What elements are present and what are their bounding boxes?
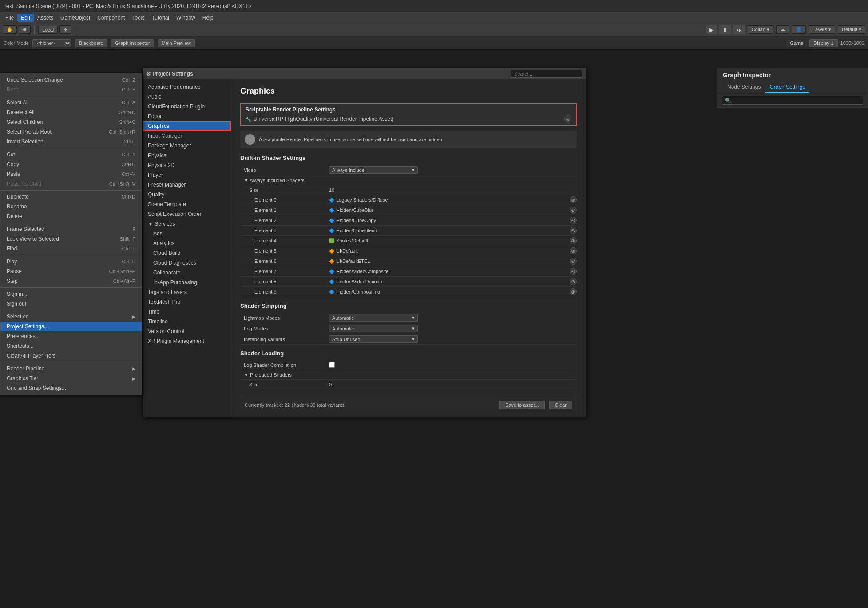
dm-step[interactable]: StepCtrl+Alt+P xyxy=(0,276,142,286)
sidebar-item-graphics[interactable]: Graphics xyxy=(143,121,231,131)
settings-search[interactable] xyxy=(511,70,582,78)
dm-grid-snap[interactable]: Grid and Snap Settings... xyxy=(0,383,142,393)
srp-circle-btn[interactable]: ◎ xyxy=(564,115,571,123)
sidebar-item-services[interactable]: ▼ Services xyxy=(143,219,231,229)
sidebar-item-xr-plugin[interactable]: XR Plugin Management xyxy=(143,336,231,346)
tab-node-settings[interactable]: Node Settings xyxy=(723,82,765,93)
dm-render-pipeline[interactable]: Render Pipeline▶ xyxy=(0,364,142,374)
layout-btn[interactable]: Default ▾ xyxy=(838,25,865,34)
tab-graph-settings[interactable]: Graph Settings xyxy=(765,82,809,93)
dm-shortcuts[interactable]: Shortcuts... xyxy=(0,341,142,351)
element-4-circle[interactable]: ◎ xyxy=(570,237,577,244)
menu-help[interactable]: Help xyxy=(199,14,217,22)
sidebar-item-collaborate[interactable]: Collaborate xyxy=(143,268,231,278)
local-btn[interactable]: Local xyxy=(38,26,58,34)
dm-project-settings[interactable]: Project Settings... xyxy=(0,322,142,331)
element-3-circle[interactable]: ◎ xyxy=(570,227,577,234)
video-dropdown[interactable]: Always include ▾ xyxy=(329,166,418,174)
element-2-circle[interactable]: ◎ xyxy=(570,217,577,224)
menu-assets[interactable]: Assets xyxy=(34,14,57,22)
clear-btn[interactable]: Clear xyxy=(549,401,572,409)
element-9-circle[interactable]: ◎ xyxy=(570,288,577,295)
menu-tutorial[interactable]: Tutorial xyxy=(148,14,173,22)
sidebar-item-timeline[interactable]: Timeline xyxy=(143,317,231,326)
dm-select-all[interactable]: Select AllCtrl+A xyxy=(0,98,142,107)
display-btn[interactable]: Display 1 xyxy=(809,39,837,47)
sidebar-item-physics-2d[interactable]: Physics 2D xyxy=(143,160,231,170)
dm-find[interactable]: FindCtrl+F xyxy=(0,244,142,254)
element-6-circle[interactable]: ◎ xyxy=(570,258,577,265)
sidebar-item-cloudfoundation[interactable]: CloudFoundation Plugin xyxy=(143,102,231,111)
menu-gameobject[interactable]: GameObject xyxy=(57,14,94,22)
dm-select-prefab-root[interactable]: Select Prefab RootCtrl+Shift+R xyxy=(0,127,142,137)
move-tool-btn[interactable]: ⊕ xyxy=(19,25,31,34)
dm-select-children[interactable]: Select ChildrenShift+C xyxy=(0,117,142,127)
dm-graphics-tier[interactable]: Graphics Tier▶ xyxy=(0,374,142,383)
lightmap-modes-dropdown[interactable]: Automatic ▾ xyxy=(329,314,418,322)
instancing-variants-dropdown[interactable]: Strip Unused ▾ xyxy=(329,335,418,343)
element-7-circle[interactable]: ◎ xyxy=(570,268,577,275)
dm-undo[interactable]: Undo Selection ChangeCtrl+Z xyxy=(0,75,142,85)
layers-btn[interactable]: Layers ▾ xyxy=(809,25,835,34)
log-shader-checkbox[interactable] xyxy=(329,362,335,368)
sidebar-item-scene-template[interactable]: Scene Template xyxy=(143,199,231,209)
dm-copy[interactable]: CopyCtrl+C xyxy=(0,159,142,169)
sidebar-item-player[interactable]: Player xyxy=(143,170,231,180)
blackboard-btn[interactable]: Blackboard xyxy=(75,39,107,47)
sidebar-item-physics[interactable]: Physics xyxy=(143,151,231,160)
hand-tool-btn[interactable]: ✋ xyxy=(3,25,17,34)
account-btn[interactable]: 👤 xyxy=(792,25,806,34)
element-8-circle[interactable]: ◎ xyxy=(570,278,577,285)
sidebar-item-package-manager[interactable]: Package Manager xyxy=(143,141,231,151)
graph-inspector-btn[interactable]: Graph Inspector xyxy=(111,39,154,47)
dm-duplicate[interactable]: DuplicateCtrl+D xyxy=(0,192,142,202)
menu-tools[interactable]: Tools xyxy=(128,14,148,22)
cloud-btn[interactable]: ☁ xyxy=(776,25,789,34)
color-mode-dropdown[interactable]: <None> xyxy=(32,39,71,47)
sidebar-item-quality[interactable]: Quality xyxy=(143,190,231,199)
dm-clear-playerprefs[interactable]: Clear All PlayerPrefs xyxy=(0,351,142,361)
element-1-circle[interactable]: ◎ xyxy=(570,207,577,214)
element-0-circle[interactable]: ◎ xyxy=(570,196,577,203)
dm-lock-view[interactable]: Lock View to SelectedShift+F xyxy=(0,234,142,244)
sidebar-item-time[interactable]: Time xyxy=(143,307,231,317)
main-preview-btn[interactable]: Main Preview xyxy=(158,39,195,47)
graph-inspector-search-input[interactable] xyxy=(722,96,863,105)
dm-rename[interactable]: Rename xyxy=(0,202,142,211)
sidebar-item-cloud-build[interactable]: Cloud Build xyxy=(143,248,231,258)
dm-cut[interactable]: CutCtrl+X xyxy=(0,150,142,159)
sidebar-item-tags-and-layers[interactable]: Tags and Layers xyxy=(143,287,231,297)
sidebar-item-textmesh-pro[interactable]: TextMesh Pro xyxy=(143,297,231,307)
sidebar-item-ads[interactable]: Ads xyxy=(143,229,231,238)
dm-sign-out[interactable]: Sign out xyxy=(0,299,142,309)
sidebar-item-audio[interactable]: Audio xyxy=(143,92,231,102)
pause-btn[interactable]: ⏸ xyxy=(719,25,731,34)
dm-sign-in[interactable]: Sign in... xyxy=(0,289,142,299)
dm-delete[interactable]: Delete xyxy=(0,211,142,221)
sidebar-item-preset-manager[interactable]: Preset Manager xyxy=(143,180,231,190)
dm-deselect-all[interactable]: Deselect AllShift+D xyxy=(0,107,142,117)
save-to-asset-btn[interactable]: Save to asset... xyxy=(499,401,545,409)
sidebar-item-in-app[interactable]: In-App Purchasing xyxy=(143,278,231,287)
dm-paste[interactable]: PasteCtrl+V xyxy=(0,169,142,179)
pivot-btn[interactable]: ⊞ xyxy=(59,25,71,34)
dm-pause[interactable]: PauseCtrl+Shift+P xyxy=(0,266,142,276)
dm-preferences[interactable]: Preferences... xyxy=(0,331,142,341)
fog-modes-dropdown[interactable]: Automatic ▾ xyxy=(329,325,418,332)
sidebar-item-input-manager[interactable]: Input Manager xyxy=(143,131,231,141)
sidebar-item-editor[interactable]: Editor xyxy=(143,111,231,121)
dm-play[interactable]: PlayCtrl+P xyxy=(0,257,142,266)
menu-component[interactable]: Component xyxy=(94,14,128,22)
menu-file[interactable]: File xyxy=(2,14,17,22)
menu-edit[interactable]: Edit xyxy=(17,14,34,22)
dm-invert-selection[interactable]: Invert SelectionCtrl+I xyxy=(0,137,142,147)
sidebar-item-script-execution[interactable]: Script Execution Order xyxy=(143,209,231,219)
menu-window[interactable]: Window xyxy=(173,14,199,22)
element-5-circle[interactable]: ◎ xyxy=(570,247,577,254)
sidebar-item-version-control[interactable]: Version Control xyxy=(143,326,231,336)
sidebar-item-adaptive-performance[interactable]: Adaptive Performance xyxy=(143,82,231,92)
dm-frame-selected[interactable]: Frame SelectedF xyxy=(0,224,142,234)
step-btn[interactable]: ⏭ xyxy=(733,25,745,34)
dm-selection[interactable]: Selection▶ xyxy=(0,312,142,322)
play-btn[interactable]: ▶ xyxy=(706,25,717,34)
